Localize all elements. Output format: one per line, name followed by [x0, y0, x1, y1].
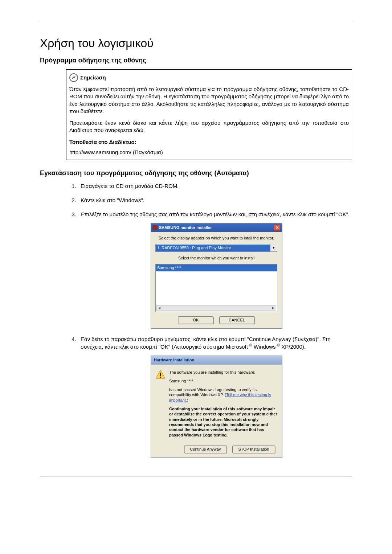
scroll-right-icon[interactable]: ► — [271, 305, 275, 311]
warning-icon — [155, 370, 166, 379]
chevron-down-icon[interactable]: ▼ — [270, 244, 277, 251]
installer-dialog: SAMSUNG monitor installer ✕ Select the d… — [151, 223, 282, 329]
installer-app-icon — [152, 225, 158, 230]
hardware-titlebar: Hardware Installation — [151, 356, 282, 364]
note-title: Σημείωση — [80, 74, 106, 81]
note-location-label: Τοποθεσία στο Διαδίκτυο: — [69, 139, 349, 146]
svg-rect-2 — [160, 377, 161, 378]
section-title-driver: Πρόγραμμα οδήγησης της οθόνης — [40, 57, 352, 64]
installer-title-text: SAMSUNG monitor installer — [159, 225, 212, 230]
stop-installation-button[interactable]: STOP Installation — [232, 446, 275, 453]
installer-titlebar: SAMSUNG monitor installer ✕ — [151, 223, 282, 232]
hardware-text-3: has not passed Windows Logo testing to v… — [169, 387, 277, 403]
hardware-text-3b: ) — [187, 398, 188, 402]
step-1: Εισαγάγετε το CD στη μονάδα CD-ROM. — [78, 182, 352, 190]
step-4: Εάν δείτε το παρακάτω παράθυρο μηνύματος… — [78, 335, 352, 458]
step-3: Επιλέξτε το μοντέλο της οθόνης σας από τ… — [78, 210, 352, 329]
note-paragraph-1: Όταν εμφανιστεί προτροπή από το λειτουργ… — [69, 86, 349, 115]
note-box: Σημείωση Όταν εμφανιστεί προτροπή από το… — [66, 69, 352, 160]
horizontal-scrollbar[interactable]: ◄ ► — [156, 305, 276, 311]
svg-rect-1 — [160, 373, 161, 376]
close-icon[interactable]: ✕ — [274, 225, 280, 231]
top-divider — [40, 22, 352, 22]
continue-anyway-button[interactable]: Continue Anyway — [184, 446, 227, 453]
section-title-install: Εγκατάσταση του προγράμματος οδήγησης τη… — [40, 169, 352, 177]
hardware-text-4: Continuing your installation of this sof… — [169, 406, 277, 438]
note-url: http://www.samsung.com/ (Παγκόσμια) — [69, 149, 349, 156]
step-3-text: Επιλέξτε το μοντέλο της οθόνης σας από τ… — [81, 211, 350, 217]
adapter-select[interactable]: 1. RADEON 9550 : Plug and Play Monitor ▼ — [155, 244, 277, 252]
note-paragraph-2: Προετοιμάστε έναν κενό δίσκο και κάντε λ… — [69, 119, 349, 134]
bottom-divider — [40, 476, 352, 476]
adapter-select-value: 1. RADEON 9550 : Plug and Play Monitor — [156, 245, 270, 251]
page-title: Χρήση του λογισμικού — [40, 37, 352, 50]
step-2: Κάντε κλικ στο "Windows". — [78, 196, 352, 204]
registered-mark-2: ® — [277, 343, 280, 347]
note-icon — [69, 73, 78, 82]
step-4-text-c: XP/2000). — [280, 344, 306, 350]
monitor-list[interactable]: Samsung **** ◄ ► — [155, 264, 277, 312]
stop-label: TOP Installation — [241, 447, 269, 451]
install-steps: Εισαγάγετε το CD στη μονάδα CD-ROM. Κάντ… — [66, 182, 352, 458]
hardware-text-1: The software you are installing for this… — [169, 370, 277, 375]
step-4-text-b: Windows — [252, 344, 277, 350]
installer-label-monitor: Select the monitor which you want to ins… — [155, 255, 277, 261]
cancel-button[interactable]: CANCEL — [219, 316, 255, 324]
hardware-dialog: Hardware Installation The software — [151, 356, 282, 458]
monitor-list-item[interactable]: Samsung **** — [156, 264, 277, 271]
ok-button[interactable]: OK — [178, 316, 213, 324]
hardware-text-2: Samsung **** — [169, 378, 277, 383]
installer-label-adapter: Select the display adapter on which you … — [155, 235, 277, 241]
scroll-left-icon[interactable]: ◄ — [158, 305, 161, 311]
continue-label: ontinue Anyway — [193, 447, 221, 451]
